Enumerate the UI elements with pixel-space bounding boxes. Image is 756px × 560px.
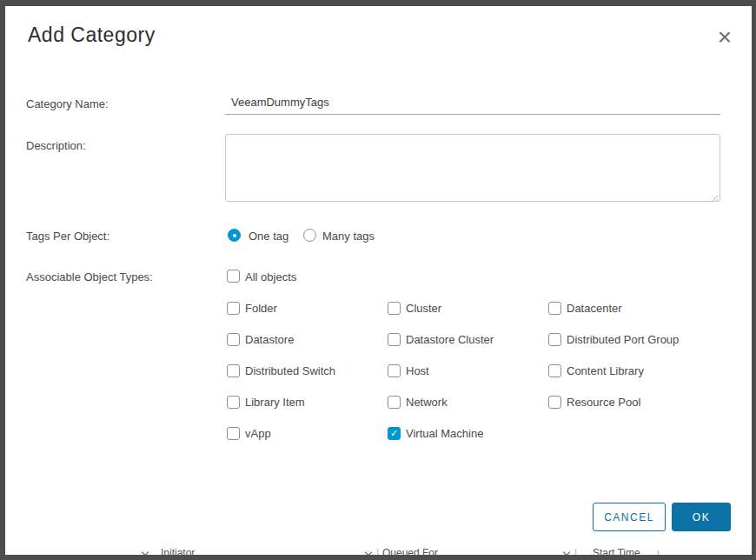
chevron-down-icon [563, 549, 570, 555]
checkbox-cluster-label: Cluster [406, 302, 441, 315]
checkbox-all-objects[interactable] [227, 270, 240, 283]
column-header-initiator: Initiator [161, 548, 195, 555]
cancel-button[interactable]: CANCEL [593, 503, 666, 531]
checkbox-folder[interactable] [227, 302, 240, 315]
checkbox-network[interactable] [388, 396, 401, 409]
checkbox-library-item-label: Library Item [245, 396, 305, 409]
radio-many-tags-label: Many tags [322, 230, 375, 243]
checkbox-content-library-label: Content Library [567, 364, 644, 377]
checkbox-datacenter[interactable] [548, 302, 561, 315]
sort-descending-icon: ↓ [655, 548, 660, 555]
add-category-dialog: Add Category × Category Name: Descriptio… [5, 6, 752, 548]
checkbox-host-label: Host [406, 364, 429, 377]
close-icon[interactable]: × [711, 23, 739, 51]
description-label: Description: [26, 139, 86, 152]
checkbox-virtual-machine-label: Virtual Machine [406, 427, 483, 440]
checkbox-all-objects-label: All objects [245, 270, 296, 283]
screenshot-frame: Add Category × Category Name: Descriptio… [0, 0, 756, 560]
checkbox-datastore-cluster-label: Datastore Cluster [406, 333, 494, 346]
background-table-header: Initiator | Queued For | Start Time ↓ [5, 548, 752, 555]
description-textarea[interactable] [225, 134, 720, 202]
radio-one-tag-label: One tag [249, 230, 288, 243]
checkbox-resource-pool-label: Resource Pool [567, 396, 640, 409]
column-header-queued-for: Queued For [382, 548, 438, 555]
checkbox-datastore-label: Datastore [245, 333, 294, 346]
checkbox-virtual-machine[interactable]: ✓ [388, 427, 401, 440]
checkbox-network-label: Network [406, 396, 448, 409]
checkbox-distributed-port-group[interactable] [548, 333, 561, 346]
checkbox-distributed-switch-label: Distributed Switch [245, 364, 335, 377]
checkbox-host[interactable] [388, 364, 401, 377]
category-name-input[interactable] [225, 91, 720, 115]
category-name-label: Category Name: [26, 97, 109, 110]
checkbox-folder-label: Folder [245, 302, 277, 315]
dialog-title: Add Category [28, 23, 156, 47]
chevron-down-icon [142, 549, 149, 555]
column-separator: | [376, 548, 379, 555]
checkbox-distributed-port-group-label: Distributed Port Group [567, 333, 679, 346]
checkbox-resource-pool[interactable] [548, 396, 561, 409]
check-icon: ✓ [388, 428, 400, 439]
radio-one-tag[interactable] [228, 229, 241, 242]
checkbox-datastore[interactable] [227, 333, 240, 346]
checkbox-datacenter-label: Datacenter [567, 302, 622, 315]
checkbox-datastore-cluster[interactable] [388, 333, 401, 346]
column-header-start-time: Start Time [593, 548, 640, 555]
ok-button[interactable]: OK [672, 503, 731, 531]
checkbox-library-item[interactable] [227, 396, 240, 409]
checkbox-distributed-switch[interactable] [227, 364, 240, 377]
checkbox-cluster[interactable] [388, 302, 401, 315]
chevron-down-icon [365, 549, 372, 555]
column-separator: | [574, 548, 577, 555]
tags-per-object-label: Tags Per Object: [26, 230, 109, 243]
checkbox-content-library[interactable] [548, 364, 561, 377]
radio-many-tags[interactable] [303, 229, 316, 242]
checkbox-vapp-label: vApp [245, 427, 271, 440]
associable-object-types-label: Associable Object Types: [26, 270, 153, 283]
checkbox-vapp[interactable] [227, 427, 240, 440]
